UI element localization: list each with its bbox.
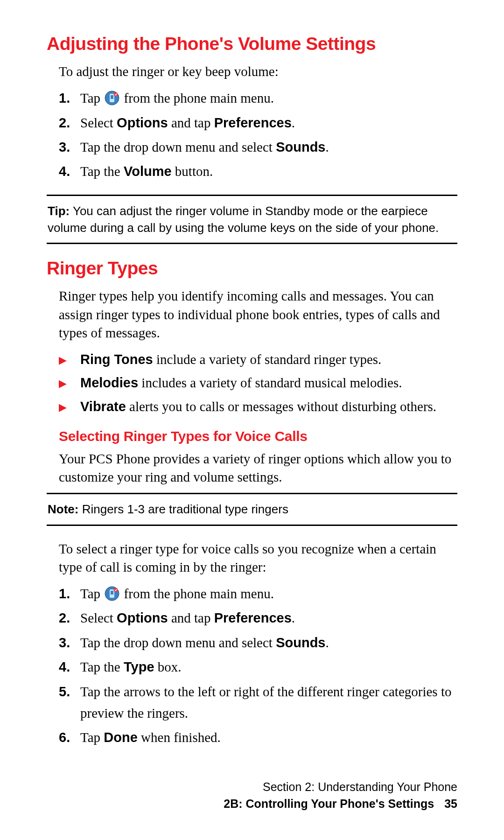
text: Tap the arrows to the left or right of t… bbox=[80, 684, 451, 721]
heading-ringer-types: Ringer Types bbox=[47, 258, 457, 279]
step-body: Tap from the phone main menu. bbox=[80, 87, 457, 109]
step-body: Tap the Volume button. bbox=[80, 161, 457, 182]
step-number: 4. bbox=[59, 656, 80, 678]
intro-voice-ringer: Your PCS Phone provides a variety of rin… bbox=[47, 450, 457, 486]
text: from the phone main menu. bbox=[124, 91, 274, 105]
bold-text: Done bbox=[104, 730, 138, 745]
list-item: ▶ Vibrate alerts you to calls or message… bbox=[59, 396, 457, 417]
list-item: 2. Select Options and tap Preferences. bbox=[59, 607, 457, 629]
text: and tap bbox=[168, 610, 214, 625]
text: . bbox=[292, 610, 295, 625]
text: Tap the bbox=[80, 164, 124, 179]
footer-section-title: Section 2: Understanding Your Phone bbox=[224, 778, 457, 795]
svg-point-3 bbox=[114, 92, 118, 97]
bullet-body: Vibrate alerts you to calls or messages … bbox=[80, 396, 457, 417]
text: Tap bbox=[80, 91, 104, 105]
note-label: Note: bbox=[48, 502, 78, 516]
list-item: 5. Tap the arrows to the left or right o… bbox=[59, 681, 457, 724]
step-body: Select Options and tap Preferences. bbox=[80, 112, 457, 133]
text: button. bbox=[172, 164, 213, 179]
text: Tap the drop down menu and select bbox=[80, 635, 276, 650]
list-item: 4. Tap the Type box. bbox=[59, 656, 457, 678]
step-body: Select Options and tap Preferences. bbox=[80, 607, 457, 629]
bullet-body: Melodies includes a variety of standard … bbox=[80, 372, 457, 393]
bullet-body: Ring Tones include a variety of standard… bbox=[80, 349, 457, 370]
step-number: 2. bbox=[59, 112, 80, 133]
list-item: 6. Tap Done when finished. bbox=[59, 727, 457, 748]
text: box. bbox=[154, 659, 182, 674]
list-item: 3. Tap the drop down menu and select Sou… bbox=[59, 632, 457, 653]
step-body: Tap from the phone main menu. bbox=[80, 583, 457, 604]
step-number: 4. bbox=[59, 161, 80, 182]
text: . bbox=[292, 115, 295, 130]
text: and tap bbox=[168, 115, 214, 130]
list-item: 2. Select Options and tap Preferences. bbox=[59, 112, 457, 133]
note-box: Note: Ringers 1-3 are traditional type r… bbox=[47, 493, 457, 525]
step-number: 2. bbox=[59, 607, 80, 629]
text: . bbox=[326, 140, 329, 154]
step-number: 6. bbox=[59, 727, 80, 748]
text: . bbox=[326, 635, 329, 650]
text: Select bbox=[80, 115, 117, 130]
tip-label: Tip: bbox=[48, 204, 70, 218]
list-item: 3. Tap the drop down menu and select Sou… bbox=[59, 136, 457, 158]
text: Tap the drop down menu and select bbox=[80, 140, 276, 154]
bold-text: Sounds bbox=[276, 635, 325, 650]
step-number: 5. bbox=[59, 681, 80, 724]
triangle-bullet-icon: ▶ bbox=[59, 399, 80, 415]
text: Tap bbox=[80, 586, 104, 601]
step-number: 1. bbox=[59, 583, 80, 604]
bold-text: Options bbox=[117, 610, 168, 625]
bold-text: Type bbox=[124, 659, 154, 674]
step-body: Tap the Type box. bbox=[80, 656, 457, 678]
svg-point-7 bbox=[114, 588, 118, 592]
text: includes a variety of standard musical m… bbox=[138, 375, 402, 390]
text: include a variety of standard ringer typ… bbox=[153, 352, 382, 367]
phone-app-icon bbox=[105, 586, 119, 601]
bold-text: Melodies bbox=[80, 375, 138, 390]
heading-volume-settings: Adjusting the Phone's Volume Settings bbox=[47, 34, 457, 54]
phone-app-icon bbox=[105, 91, 119, 105]
footer-subsection-title: 2B: Controlling Your Phone's Settings bbox=[224, 797, 434, 810]
text: Tap bbox=[80, 730, 104, 745]
bold-text: Preferences bbox=[214, 115, 292, 130]
triangle-bullet-icon: ▶ bbox=[59, 375, 80, 392]
steps-volume: 1. Tap from the phone main menu. 2. bbox=[47, 87, 457, 182]
bold-text: Ring Tones bbox=[80, 352, 153, 367]
ringer-bullets: ▶ Ring Tones include a variety of standa… bbox=[47, 349, 457, 417]
steps-voice-ringer: 1. Tap from the phone main menu. 2. bbox=[47, 583, 457, 749]
list-item: 4. Tap the Volume button. bbox=[59, 161, 457, 182]
tip-box: Tip: You can adjust the ringer volume in… bbox=[47, 195, 457, 245]
text: alerts you to calls or messages without … bbox=[126, 399, 436, 414]
tip-text: You can adjust the ringer volume in Stan… bbox=[48, 204, 439, 235]
intro-voice-steps: To select a ringer type for voice calls … bbox=[47, 540, 457, 576]
page-footer: Section 2: Understanding Your Phone 2B: … bbox=[224, 778, 457, 812]
step-number: 1. bbox=[59, 87, 80, 109]
manual-page: Adjusting the Phone's Volume Settings To… bbox=[0, 0, 504, 749]
step-number: 3. bbox=[59, 136, 80, 158]
note-text: Ringers 1-3 are traditional type ringers bbox=[78, 502, 288, 516]
list-item: 1. Tap from the phone main menu. bbox=[59, 583, 457, 604]
list-item: 1. Tap from the phone main menu. bbox=[59, 87, 457, 109]
svg-rect-6 bbox=[111, 591, 113, 595]
text: from the phone main menu. bbox=[124, 586, 274, 601]
text: Tap the bbox=[80, 659, 124, 674]
bold-text: Sounds bbox=[276, 140, 325, 154]
triangle-bullet-icon: ▶ bbox=[59, 352, 80, 368]
intro-ringer: Ringer types help you identify incoming … bbox=[47, 287, 457, 342]
intro-volume: To adjust the ringer or key beep volume: bbox=[47, 63, 457, 81]
bold-text: Options bbox=[117, 115, 168, 130]
bold-text: Vibrate bbox=[80, 399, 126, 414]
step-body: Tap the arrows to the left or right of t… bbox=[80, 681, 457, 724]
list-item: ▶ Melodies includes a variety of standar… bbox=[59, 372, 457, 393]
bold-text: Preferences bbox=[214, 610, 292, 625]
list-item: ▶ Ring Tones include a variety of standa… bbox=[59, 349, 457, 370]
bold-text: Volume bbox=[124, 164, 172, 179]
step-body: Tap the drop down menu and select Sounds… bbox=[80, 632, 457, 653]
step-body: Tap the drop down menu and select Sounds… bbox=[80, 136, 457, 158]
subheading-voice-calls: Selecting Ringer Types for Voice Calls bbox=[47, 428, 457, 444]
svg-rect-2 bbox=[111, 95, 113, 99]
step-body: Tap Done when finished. bbox=[80, 727, 457, 748]
text: when finished. bbox=[138, 730, 221, 745]
text: Select bbox=[80, 610, 117, 625]
